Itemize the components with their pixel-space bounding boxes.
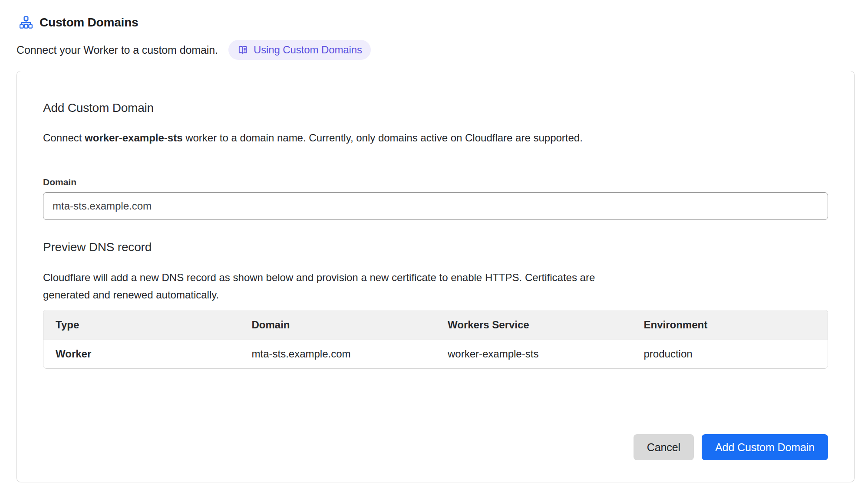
- dns-preview-table: Type Domain Workers Service Environment …: [43, 310, 828, 369]
- domain-label: Domain: [43, 177, 828, 187]
- add-custom-domain-card: Add Custom Domain Connect worker-example…: [17, 71, 855, 482]
- subtitle-row: Connect your Worker to a custom domain. …: [17, 40, 868, 60]
- cancel-button[interactable]: Cancel: [634, 434, 694, 460]
- add-custom-domain-button[interactable]: Add Custom Domain: [702, 434, 828, 460]
- page-title: Custom Domains: [40, 16, 138, 29]
- docs-link-badge[interactable]: Using Custom Domains: [228, 40, 371, 60]
- col-header-type: Type: [43, 310, 240, 340]
- col-header-workers-service: Workers Service: [436, 310, 632, 340]
- footer-divider: [43, 421, 828, 421]
- worker-name: worker-example-sts: [85, 132, 182, 144]
- cell-type: Worker: [43, 340, 240, 368]
- preview-description: Cloudflare will add a new DNS record as …: [43, 269, 681, 304]
- intro-suffix: worker to a domain name. Currently, only…: [183, 132, 583, 144]
- cell-domain: mta-sts.example.com: [240, 340, 436, 368]
- table-row: Worker mta-sts.example.com worker-exampl…: [43, 340, 828, 368]
- intro-prefix: Connect: [43, 132, 85, 144]
- card-heading: Add Custom Domain: [43, 101, 828, 115]
- domain-input[interactable]: [43, 192, 828, 220]
- col-header-environment: Environment: [632, 310, 828, 340]
- cell-environment: production: [632, 340, 828, 368]
- book-icon: [237, 44, 248, 56]
- docs-link-label: Using Custom Domains: [254, 44, 362, 56]
- actions-row: Cancel Add Custom Domain: [43, 434, 828, 460]
- page-subtitle: Connect your Worker to a custom domain.: [17, 44, 218, 56]
- col-header-domain: Domain: [240, 310, 436, 340]
- sitemap-icon: [20, 16, 33, 29]
- preview-heading: Preview DNS record: [43, 240, 828, 254]
- page-header: Custom Domains Connect your Worker to a …: [0, 0, 868, 60]
- table-header-row: Type Domain Workers Service Environment: [43, 310, 828, 340]
- title-row: Custom Domains: [20, 14, 868, 31]
- cell-workers-service: worker-example-sts: [436, 340, 632, 368]
- intro-text: Connect worker-example-sts worker to a d…: [43, 131, 828, 144]
